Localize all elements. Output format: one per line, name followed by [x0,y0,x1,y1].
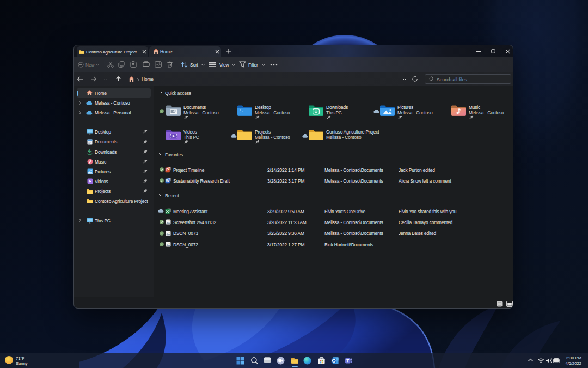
svg-text:P: P [166,167,169,172]
svg-text:W: W [166,179,170,183]
